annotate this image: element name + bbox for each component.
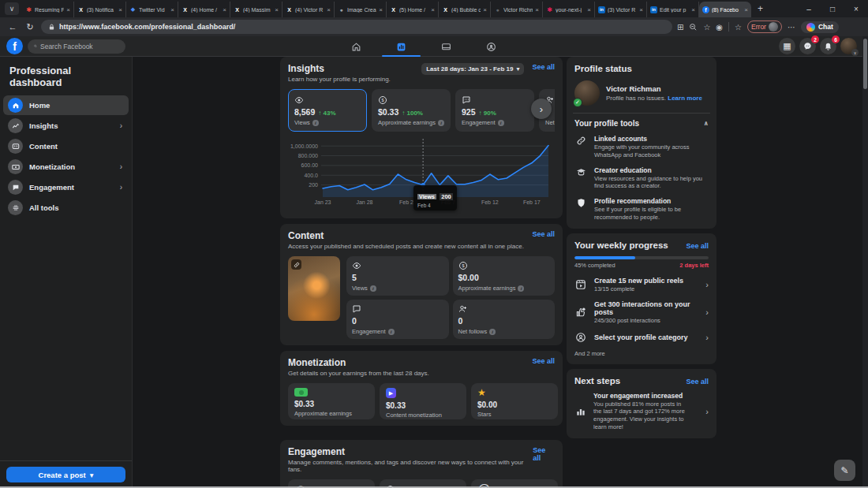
extension-b-icon[interactable]: ☆ <box>735 23 742 32</box>
monetization-card-earnings[interactable]: $0.33 Approximate earnings <box>288 383 375 419</box>
compose-floating-button[interactable]: ✎ <box>834 460 855 481</box>
tab-search-button[interactable]: ∨ <box>5 2 19 15</box>
bookmark-star-icon[interactable]: ☆ <box>703 23 710 32</box>
search-input[interactable] <box>40 43 119 50</box>
profile-error-chip[interactable]: Error <box>747 20 782 33</box>
tab-close-icon[interactable]: × <box>118 6 122 13</box>
tab-content[interactable] <box>424 36 469 57</box>
scrollbar-thumb[interactable] <box>863 39 867 89</box>
browser-tab[interactable]: your-next-j × <box>543 2 595 17</box>
tab-close-icon[interactable]: × <box>483 6 487 13</box>
tab-close-icon[interactable]: × <box>223 6 226 13</box>
browser-tab[interactable]: (3) Victor R × <box>595 2 647 17</box>
browser-tab[interactable]: (8) Facebo × <box>699 2 751 17</box>
next-step-engagement[interactable]: Your engagement increased You published … <box>574 392 709 431</box>
info-icon[interactable]: i <box>518 285 524 292</box>
task-create-reels[interactable]: Create 15 new public reels 13/15 complet… <box>574 277 709 292</box>
browser-tab[interactable]: Twitter Vid × <box>126 2 178 17</box>
weekly-see-all-link[interactable]: See all <box>686 242 709 250</box>
browser-tab[interactable]: (5) Home / × <box>387 2 439 17</box>
tab-close-icon[interactable]: × <box>587 6 591 13</box>
browser-tab[interactable]: (4) Bubble c × <box>439 2 491 17</box>
browser-menu-icon[interactable]: ⋯ <box>788 23 795 32</box>
info-icon[interactable]: i <box>438 120 444 126</box>
tool-profile-recommendation[interactable]: Profile recommendation See if your profi… <box>574 197 709 222</box>
tab-close-icon[interactable]: × <box>275 6 279 13</box>
facebook-logo[interactable]: f <box>6 38 23 54</box>
sidebar-item-engagement[interactable]: Engagement › <box>3 177 129 197</box>
tool-linked-accounts[interactable]: Linked accounts Engage with your communi… <box>574 135 709 159</box>
info-icon[interactable]: i <box>388 329 395 335</box>
post-thumbnail[interactable] <box>288 256 340 321</box>
browser-tab[interactable]: Edit your p × <box>647 2 699 17</box>
collapse-icon[interactable]: ∧ <box>704 120 709 127</box>
new-tab-button[interactable]: + <box>758 3 763 14</box>
task-interactions[interactable]: Get 300 interactions on your posts 245/3… <box>574 300 709 324</box>
browser-tab[interactable]: Image Crea × <box>335 2 387 17</box>
task-profile-category[interactable]: Select your profile category › <box>574 332 709 343</box>
insights-card-engagement[interactable]: 925↑ 90% Engagementi <box>455 89 534 132</box>
date-range-dropdown[interactable]: Last 28 days: Jan 23 - Feb 19 ▾ <box>421 63 524 75</box>
sidebar-item-insights[interactable]: Insights › <box>3 116 129 136</box>
sidebar-item-all-tools[interactable]: All tools <box>3 198 129 218</box>
sidebar-item-monetization[interactable]: Monetization › <box>3 157 129 177</box>
monetization-card-content[interactable]: ▶ $0.33 Content monetization <box>380 383 466 419</box>
info-icon[interactable]: i <box>489 329 496 335</box>
content-see-all-link[interactable]: See all <box>532 230 555 238</box>
browser-tab[interactable]: (4) Home / × <box>178 2 230 17</box>
tab-profile[interactable] <box>469 36 514 57</box>
tab-close-icon[interactable]: × <box>535 6 539 13</box>
sidebar-item-home[interactable]: Home <box>3 95 129 115</box>
maximize-button[interactable]: □ <box>821 0 844 17</box>
profile-avatar[interactable]: ✓ <box>574 80 600 106</box>
info-icon[interactable]: i <box>370 285 376 292</box>
page-scrollbar[interactable] <box>862 36 868 486</box>
tool-creator-education[interactable]: Creator education View resources and gui… <box>574 166 709 191</box>
content-stat-views[interactable]: 5 Viewsi <box>346 256 449 296</box>
tab-close-icon[interactable]: × <box>691 6 695 13</box>
messenger-button[interactable]: 2 <box>799 38 816 54</box>
account-avatar[interactable] <box>840 38 857 54</box>
tab-close-icon[interactable]: × <box>744 6 748 13</box>
tab-close-icon[interactable]: × <box>379 6 383 13</box>
monetization-see-all-link[interactable]: See all <box>532 357 555 365</box>
tab-home[interactable] <box>334 36 379 57</box>
copilot-chat-button[interactable]: Chat <box>801 21 839 33</box>
tab-close-icon[interactable]: × <box>327 6 331 13</box>
browser-tab[interactable]: (4) Massim × <box>230 2 282 17</box>
minimize-button[interactable]: – <box>797 0 821 17</box>
tab-close-icon[interactable]: × <box>170 6 174 13</box>
sidebar-item-content[interactable]: Content <box>3 136 129 156</box>
browser-tab[interactable]: (3) Notifica × <box>74 2 126 17</box>
cards-next-button[interactable]: › <box>531 99 552 119</box>
browser-tab[interactable]: (4) Victor R × <box>282 2 335 17</box>
learn-more-link[interactable]: Learn more <box>668 95 702 102</box>
url-field[interactable]: https://www.facebook.com/professional_da… <box>41 20 672 34</box>
monetization-card-stars[interactable]: ★ $0.00 Stars <box>471 383 558 419</box>
engagement-see-all-link[interactable]: See all <box>533 446 555 462</box>
info-icon[interactable]: i <box>312 120 319 126</box>
browser-tab[interactable]: Victor Richm × <box>491 2 543 17</box>
content-stat-earnings[interactable]: $ $0.00 Approximate earningsi <box>453 256 556 296</box>
content-stat-net-follows[interactable]: 0 Net followsi <box>453 300 556 339</box>
back-icon[interactable]: ← <box>6 22 19 32</box>
close-button[interactable]: × <box>844 0 868 17</box>
insights-card-earnings[interactable]: $ $0.33↑ 100% Approximate earningsi <box>372 89 451 132</box>
notifications-button[interactable]: 6 <box>820 38 836 54</box>
extension-a-icon[interactable]: ◉ <box>716 23 723 32</box>
create-post-button[interactable]: Create a post ▾ <box>6 467 125 482</box>
tab-close-icon[interactable]: × <box>66 6 70 13</box>
info-icon[interactable]: i <box>498 120 504 126</box>
insights-see-all-link[interactable]: See all <box>532 63 555 71</box>
facebook-search[interactable] <box>28 39 125 54</box>
browser-tab[interactable]: Resuming F × <box>22 2 74 17</box>
next-steps-see-all-link[interactable]: See all <box>686 378 709 386</box>
tab-close-icon[interactable]: × <box>639 6 643 13</box>
side-panel-icon[interactable]: ⊞ <box>677 23 683 32</box>
reload-icon[interactable]: ↻ <box>24 22 36 32</box>
menu-grid-button[interactable]: ▦ <box>779 38 795 54</box>
zoom-out-icon[interactable] <box>689 23 698 32</box>
insights-card-views[interactable]: 8,569↑ 43% Viewsi <box>288 89 367 132</box>
tab-insights[interactable] <box>379 36 424 57</box>
tab-close-icon[interactable]: × <box>431 6 435 13</box>
